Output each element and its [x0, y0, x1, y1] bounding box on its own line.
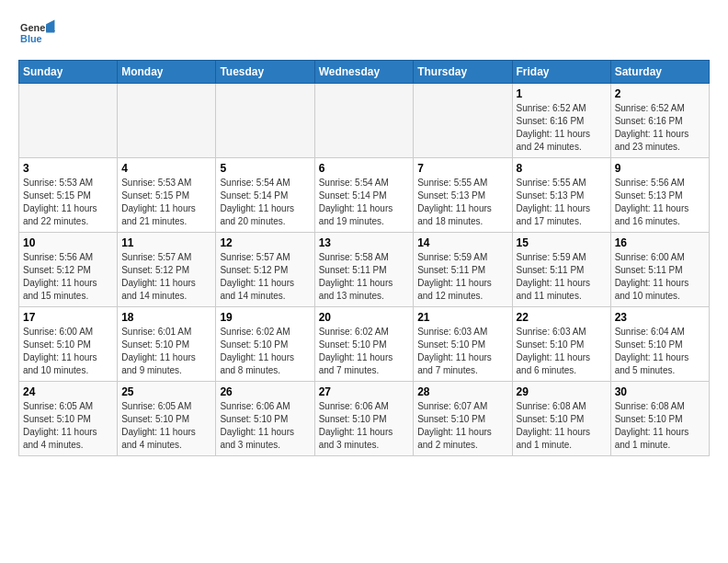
day-info: Sunrise: 6:52 AM	[615, 102, 705, 115]
day-info: Daylight: 11 hours and 3 minutes.	[319, 426, 410, 452]
day-number: 11	[121, 236, 211, 249]
day-info: Sunrise: 6:01 AM	[121, 326, 211, 339]
day-info: Sunrise: 5:57 AM	[121, 251, 211, 264]
day-cell	[118, 84, 216, 158]
day-cell: 13Sunrise: 5:58 AMSunset: 5:11 PMDayligh…	[314, 233, 414, 307]
day-number: 8	[517, 162, 607, 175]
week-row-1: 1Sunrise: 6:52 AMSunset: 6:16 PMDaylight…	[19, 84, 710, 158]
day-info: Sunrise: 5:57 AM	[220, 251, 310, 264]
header-monday: Monday	[118, 61, 216, 84]
header-friday: Friday	[512, 61, 610, 84]
day-cell: 26Sunrise: 6:06 AMSunset: 5:10 PMDayligh…	[216, 382, 314, 456]
day-number: 14	[417, 236, 507, 249]
day-cell: 16Sunrise: 6:00 AMSunset: 5:11 PMDayligh…	[610, 233, 709, 307]
day-info: Daylight: 11 hours and 16 minutes.	[615, 202, 705, 228]
day-number: 16	[615, 236, 705, 249]
day-info: Sunset: 5:13 PM	[517, 190, 607, 202]
day-info: Sunset: 5:13 PM	[615, 190, 705, 202]
day-info: Sunset: 5:10 PM	[220, 413, 310, 426]
day-info: Sunrise: 6:02 AM	[319, 326, 410, 339]
day-number: 10	[23, 236, 113, 249]
day-info: Daylight: 11 hours and 9 minutes.	[121, 351, 211, 377]
day-info: Sunrise: 5:53 AM	[121, 177, 211, 190]
day-number: 27	[319, 385, 410, 398]
day-cell: 17Sunrise: 6:00 AMSunset: 5:10 PMDayligh…	[19, 307, 118, 382]
day-number: 13	[319, 236, 410, 249]
day-number: 19	[220, 311, 310, 324]
header-row: SundayMondayTuesdayWednesdayThursdayFrid…	[19, 61, 710, 84]
day-cell: 5Sunrise: 5:54 AMSunset: 5:14 PMDaylight…	[216, 158, 314, 233]
header-sunday: Sunday	[19, 61, 118, 84]
day-info: Sunrise: 5:54 AM	[319, 177, 410, 190]
day-cell: 15Sunrise: 5:59 AMSunset: 5:11 PMDayligh…	[512, 233, 610, 307]
day-info: Sunrise: 6:06 AM	[319, 400, 410, 413]
day-cell: 22Sunrise: 6:03 AMSunset: 5:10 PMDayligh…	[512, 307, 610, 382]
day-cell: 27Sunrise: 6:06 AMSunset: 5:10 PMDayligh…	[314, 382, 414, 456]
day-cell: 21Sunrise: 6:03 AMSunset: 5:10 PMDayligh…	[414, 307, 512, 382]
calendar-table: SundayMondayTuesdayWednesdayThursdayFrid…	[18, 60, 710, 456]
day-number: 23	[615, 311, 705, 324]
day-info: Sunrise: 5:55 AM	[517, 177, 607, 190]
day-info: Sunset: 5:10 PM	[319, 339, 410, 351]
day-cell: 18Sunrise: 6:01 AMSunset: 5:10 PMDayligh…	[118, 307, 216, 382]
day-number: 21	[417, 311, 507, 324]
day-cell	[19, 84, 118, 158]
day-number: 7	[417, 162, 507, 175]
header-tuesday: Tuesday	[216, 61, 314, 84]
day-cell: 23Sunrise: 6:04 AMSunset: 5:10 PMDayligh…	[610, 307, 709, 382]
day-info: Sunset: 5:12 PM	[23, 264, 113, 277]
day-info: Daylight: 11 hours and 12 minutes.	[417, 277, 507, 303]
day-number: 15	[517, 236, 607, 249]
day-info: Sunrise: 6:05 AM	[23, 400, 113, 413]
day-number: 17	[23, 311, 113, 324]
day-number: 4	[121, 162, 211, 175]
day-info: Sunrise: 6:07 AM	[417, 400, 507, 413]
day-info: Sunset: 5:15 PM	[23, 190, 113, 202]
day-info: Sunset: 5:11 PM	[319, 264, 410, 277]
day-info: Sunrise: 5:56 AM	[23, 251, 113, 264]
day-info: Sunset: 5:12 PM	[121, 264, 211, 277]
day-info: Sunrise: 6:52 AM	[517, 102, 607, 115]
day-info: Daylight: 11 hours and 24 minutes.	[517, 128, 607, 154]
day-info: Sunrise: 6:08 AM	[517, 400, 607, 413]
day-info: Daylight: 11 hours and 14 minutes.	[121, 277, 211, 303]
day-cell: 28Sunrise: 6:07 AMSunset: 5:10 PMDayligh…	[414, 382, 512, 456]
day-number: 2	[615, 87, 705, 100]
day-info: Sunset: 5:13 PM	[417, 190, 507, 202]
day-cell: 12Sunrise: 5:57 AMSunset: 5:12 PMDayligh…	[216, 233, 314, 307]
day-info: Sunset: 5:10 PM	[23, 339, 113, 351]
day-cell: 9Sunrise: 5:56 AMSunset: 5:13 PMDaylight…	[610, 158, 709, 233]
day-info: Sunset: 5:11 PM	[615, 264, 705, 277]
day-number: 3	[23, 162, 113, 175]
day-info: Sunset: 5:14 PM	[319, 190, 410, 202]
day-info: Daylight: 11 hours and 18 minutes.	[417, 202, 507, 228]
day-cell: 7Sunrise: 5:55 AMSunset: 5:13 PMDaylight…	[414, 158, 512, 233]
day-info: Sunrise: 6:03 AM	[517, 326, 607, 339]
day-cell: 25Sunrise: 6:05 AMSunset: 5:10 PMDayligh…	[118, 382, 216, 456]
day-info: Sunrise: 5:58 AM	[319, 251, 410, 264]
day-info: Daylight: 11 hours and 7 minutes.	[417, 351, 507, 377]
day-info: Daylight: 11 hours and 4 minutes.	[23, 426, 113, 452]
day-number: 18	[121, 311, 211, 324]
week-row-2: 3Sunrise: 5:53 AMSunset: 5:15 PMDaylight…	[19, 158, 710, 233]
day-info: Sunrise: 5:59 AM	[417, 251, 507, 264]
day-cell: 6Sunrise: 5:54 AMSunset: 5:14 PMDaylight…	[314, 158, 414, 233]
day-info: Sunset: 5:10 PM	[517, 413, 607, 426]
day-cell	[216, 84, 314, 158]
day-info: Daylight: 11 hours and 1 minute.	[615, 426, 705, 452]
day-info: Sunset: 5:10 PM	[417, 339, 507, 351]
day-info: Sunset: 5:10 PM	[615, 339, 705, 351]
day-info: Daylight: 11 hours and 4 minutes.	[121, 426, 211, 452]
day-info: Daylight: 11 hours and 22 minutes.	[23, 202, 113, 228]
day-number: 1	[517, 87, 607, 100]
day-info: Sunrise: 6:00 AM	[615, 251, 705, 264]
day-info: Sunrise: 6:05 AM	[121, 400, 211, 413]
day-info: Sunset: 5:10 PM	[220, 339, 310, 351]
day-number: 25	[121, 385, 211, 398]
day-cell: 30Sunrise: 6:08 AMSunset: 5:10 PMDayligh…	[610, 382, 709, 456]
day-number: 22	[517, 311, 607, 324]
day-cell: 2Sunrise: 6:52 AMSunset: 6:16 PMDaylight…	[610, 84, 709, 158]
day-info: Sunrise: 5:55 AM	[417, 177, 507, 190]
day-info: Daylight: 11 hours and 21 minutes.	[121, 202, 211, 228]
day-info: Sunrise: 6:08 AM	[615, 400, 705, 413]
